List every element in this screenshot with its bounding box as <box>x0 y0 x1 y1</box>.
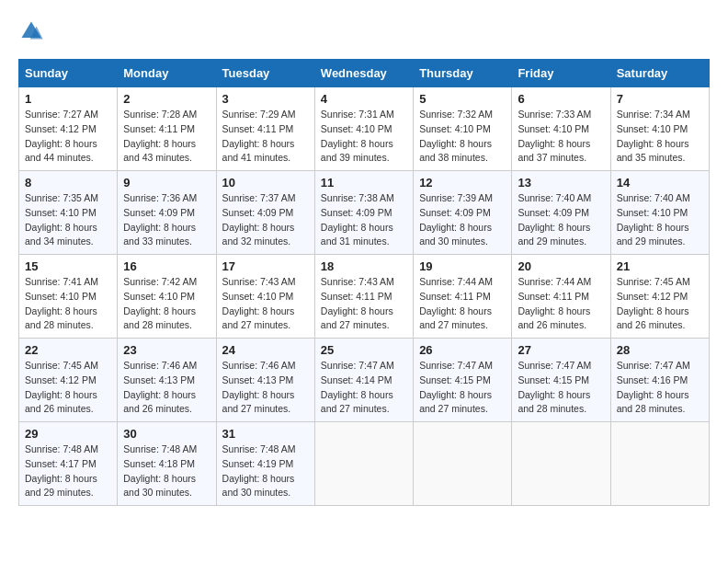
day-number: 21 <box>617 259 703 273</box>
day-cell: 29 Sunrise: 7:48 AM Sunset: 4:17 PM Dayl… <box>19 422 118 506</box>
day-number: 10 <box>222 176 309 190</box>
day-info: Sunrise: 7:47 AM Sunset: 4:15 PM Dayligh… <box>419 359 506 417</box>
calendar-table: SundayMondayTuesdayWednesdayThursdayFrid… <box>18 59 710 506</box>
day-cell: 4 Sunrise: 7:31 AM Sunset: 4:10 PM Dayli… <box>314 87 413 171</box>
day-info: Sunrise: 7:47 AM Sunset: 4:16 PM Dayligh… <box>617 359 703 417</box>
day-cell: 14 Sunrise: 7:40 AM Sunset: 4:10 PM Dayl… <box>610 171 709 255</box>
day-cell: 16 Sunrise: 7:42 AM Sunset: 4:10 PM Dayl… <box>118 255 216 339</box>
day-number: 22 <box>25 343 111 357</box>
day-cell: 23 Sunrise: 7:46 AM Sunset: 4:13 PM Dayl… <box>118 339 216 422</box>
day-number: 26 <box>419 343 506 357</box>
day-info: Sunrise: 7:45 AM Sunset: 4:12 PM Dayligh… <box>617 275 703 333</box>
day-number: 2 <box>123 92 210 106</box>
day-cell: 7 Sunrise: 7:34 AM Sunset: 4:10 PM Dayli… <box>610 87 709 171</box>
day-cell: 27 Sunrise: 7:47 AM Sunset: 4:15 PM Dayl… <box>512 339 610 422</box>
day-info: Sunrise: 7:47 AM Sunset: 4:15 PM Dayligh… <box>518 359 604 417</box>
day-info: Sunrise: 7:36 AM Sunset: 4:09 PM Dayligh… <box>123 191 210 249</box>
header-cell-tuesday: Tuesday <box>216 60 314 87</box>
day-info: Sunrise: 7:40 AM Sunset: 4:09 PM Dayligh… <box>518 191 604 249</box>
day-number: 13 <box>518 176 604 190</box>
day-info: Sunrise: 7:39 AM Sunset: 4:09 PM Dayligh… <box>419 191 506 249</box>
day-cell <box>414 422 512 506</box>
day-cell: 18 Sunrise: 7:43 AM Sunset: 4:11 PM Dayl… <box>314 255 413 339</box>
day-number: 5 <box>419 92 506 106</box>
calendar-body: 1 Sunrise: 7:27 AM Sunset: 4:12 PM Dayli… <box>19 87 710 506</box>
day-cell: 30 Sunrise: 7:48 AM Sunset: 4:18 PM Dayl… <box>118 422 216 506</box>
day-number: 31 <box>222 427 309 441</box>
header-cell-wednesday: Wednesday <box>314 60 413 87</box>
day-cell: 5 Sunrise: 7:32 AM Sunset: 4:10 PM Dayli… <box>414 87 512 171</box>
day-info: Sunrise: 7:38 AM Sunset: 4:09 PM Dayligh… <box>321 191 407 249</box>
day-cell <box>512 422 610 506</box>
day-info: Sunrise: 7:48 AM Sunset: 4:19 PM Dayligh… <box>222 442 309 500</box>
logo-icon <box>18 18 44 44</box>
day-number: 17 <box>222 259 309 273</box>
day-info: Sunrise: 7:48 AM Sunset: 4:18 PM Dayligh… <box>123 442 210 500</box>
day-cell: 28 Sunrise: 7:47 AM Sunset: 4:16 PM Dayl… <box>610 339 709 422</box>
day-number: 11 <box>321 176 407 190</box>
day-info: Sunrise: 7:43 AM Sunset: 4:10 PM Dayligh… <box>222 275 309 333</box>
day-cell: 22 Sunrise: 7:45 AM Sunset: 4:12 PM Dayl… <box>19 339 118 422</box>
day-number: 18 <box>321 259 407 273</box>
day-cell: 6 Sunrise: 7:33 AM Sunset: 4:10 PM Dayli… <box>512 87 610 171</box>
day-number: 25 <box>321 343 407 357</box>
day-number: 4 <box>321 92 407 106</box>
day-info: Sunrise: 7:47 AM Sunset: 4:14 PM Dayligh… <box>321 359 407 417</box>
header-cell-sunday: Sunday <box>19 60 118 87</box>
day-info: Sunrise: 7:42 AM Sunset: 4:10 PM Dayligh… <box>123 275 210 333</box>
day-info: Sunrise: 7:28 AM Sunset: 4:11 PM Dayligh… <box>123 108 210 166</box>
day-number: 7 <box>617 92 703 106</box>
day-cell: 11 Sunrise: 7:38 AM Sunset: 4:09 PM Dayl… <box>314 171 413 255</box>
day-info: Sunrise: 7:32 AM Sunset: 4:10 PM Dayligh… <box>419 108 506 166</box>
day-info: Sunrise: 7:33 AM Sunset: 4:10 PM Dayligh… <box>518 108 604 166</box>
week-row-3: 15 Sunrise: 7:41 AM Sunset: 4:10 PM Dayl… <box>19 255 710 339</box>
header-cell-friday: Friday <box>512 60 610 87</box>
day-info: Sunrise: 7:27 AM Sunset: 4:12 PM Dayligh… <box>25 108 111 166</box>
day-number: 28 <box>617 343 703 357</box>
day-number: 9 <box>123 176 210 190</box>
logo <box>18 18 48 44</box>
header <box>18 18 710 44</box>
day-cell: 10 Sunrise: 7:37 AM Sunset: 4:09 PM Dayl… <box>216 171 314 255</box>
header-cell-thursday: Thursday <box>414 60 512 87</box>
day-info: Sunrise: 7:44 AM Sunset: 4:11 PM Dayligh… <box>419 275 506 333</box>
day-cell: 24 Sunrise: 7:46 AM Sunset: 4:13 PM Dayl… <box>216 339 314 422</box>
day-number: 16 <box>123 259 210 273</box>
day-cell: 3 Sunrise: 7:29 AM Sunset: 4:11 PM Dayli… <box>216 87 314 171</box>
day-cell <box>610 422 709 506</box>
day-number: 20 <box>518 259 604 273</box>
calendar-header: SundayMondayTuesdayWednesdayThursdayFrid… <box>19 60 710 87</box>
week-row-4: 22 Sunrise: 7:45 AM Sunset: 4:12 PM Dayl… <box>19 339 710 422</box>
day-cell: 15 Sunrise: 7:41 AM Sunset: 4:10 PM Dayl… <box>19 255 118 339</box>
week-row-5: 29 Sunrise: 7:48 AM Sunset: 4:17 PM Dayl… <box>19 422 710 506</box>
day-number: 24 <box>222 343 309 357</box>
day-cell: 12 Sunrise: 7:39 AM Sunset: 4:09 PM Dayl… <box>414 171 512 255</box>
day-number: 6 <box>518 92 604 106</box>
day-cell <box>314 422 413 506</box>
header-cell-saturday: Saturday <box>610 60 709 87</box>
day-number: 29 <box>25 427 111 441</box>
day-number: 3 <box>222 92 309 106</box>
day-info: Sunrise: 7:46 AM Sunset: 4:13 PM Dayligh… <box>123 359 210 417</box>
header-row: SundayMondayTuesdayWednesdayThursdayFrid… <box>19 60 710 87</box>
day-number: 23 <box>123 343 210 357</box>
day-info: Sunrise: 7:31 AM Sunset: 4:10 PM Dayligh… <box>321 108 407 166</box>
day-info: Sunrise: 7:34 AM Sunset: 4:10 PM Dayligh… <box>617 108 703 166</box>
day-number: 8 <box>25 176 111 190</box>
day-number: 1 <box>25 92 111 106</box>
day-cell: 8 Sunrise: 7:35 AM Sunset: 4:10 PM Dayli… <box>19 171 118 255</box>
day-number: 12 <box>419 176 506 190</box>
day-cell: 19 Sunrise: 7:44 AM Sunset: 4:11 PM Dayl… <box>414 255 512 339</box>
day-info: Sunrise: 7:35 AM Sunset: 4:10 PM Dayligh… <box>25 191 111 249</box>
day-cell: 31 Sunrise: 7:48 AM Sunset: 4:19 PM Dayl… <box>216 422 314 506</box>
day-info: Sunrise: 7:37 AM Sunset: 4:09 PM Dayligh… <box>222 191 309 249</box>
day-number: 19 <box>419 259 506 273</box>
day-cell: 9 Sunrise: 7:36 AM Sunset: 4:09 PM Dayli… <box>118 171 216 255</box>
day-cell: 13 Sunrise: 7:40 AM Sunset: 4:09 PM Dayl… <box>512 171 610 255</box>
day-info: Sunrise: 7:29 AM Sunset: 4:11 PM Dayligh… <box>222 108 309 166</box>
day-info: Sunrise: 7:45 AM Sunset: 4:12 PM Dayligh… <box>25 359 111 417</box>
day-cell: 17 Sunrise: 7:43 AM Sunset: 4:10 PM Dayl… <box>216 255 314 339</box>
day-info: Sunrise: 7:40 AM Sunset: 4:10 PM Dayligh… <box>617 191 703 249</box>
day-number: 15 <box>25 259 111 273</box>
day-info: Sunrise: 7:48 AM Sunset: 4:17 PM Dayligh… <box>25 442 111 500</box>
